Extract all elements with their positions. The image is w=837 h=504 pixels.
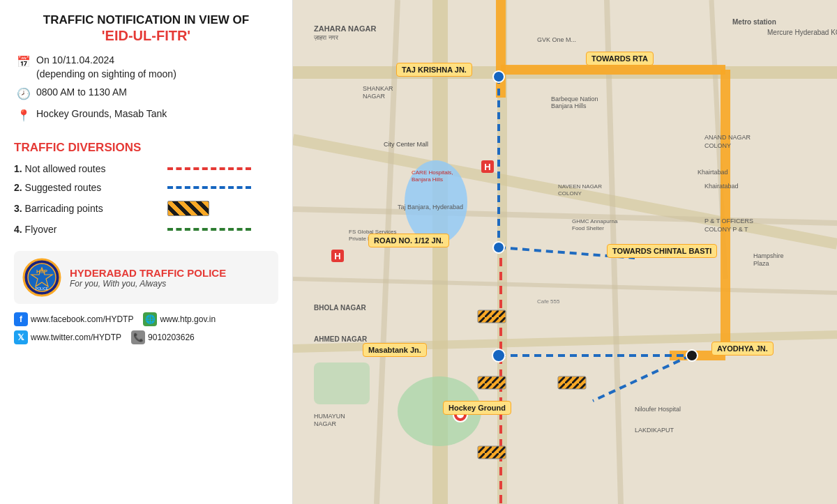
web-text: www.htp.gov.in xyxy=(160,314,216,324)
social-links: f www.facebook.com/HYDTP 🌐 www.htp.gov.i… xyxy=(14,312,278,344)
legend-suggested: 2. Suggested routes xyxy=(14,182,278,193)
label-masabtank: Masabtank Jn. xyxy=(363,343,427,357)
svg-text:COLONY P & T: COLONY P & T xyxy=(704,226,748,233)
legend-line-not-allowed xyxy=(167,167,278,170)
legend-line-flyover xyxy=(167,228,278,231)
diversions-section: TRAFFIC DIVERSIONS 1. Not allowed routes… xyxy=(14,141,278,243)
police-text: HYDERABAD TRAFFIC POLICE For you, With y… xyxy=(70,267,226,289)
legend-flyover: 4. Flyover xyxy=(14,224,278,235)
suggested-line xyxy=(167,186,251,189)
time-row: 🕗 0800 AM to 1130 AM xyxy=(17,86,278,102)
facebook-icon: f xyxy=(14,312,28,326)
svg-text:HUMAYUN: HUMAYUN xyxy=(314,413,345,420)
police-logo: HTP POLICE xyxy=(22,258,61,297)
legend-label-3: 3. Barricading points xyxy=(14,203,167,214)
svg-text:H: H xyxy=(484,162,490,172)
label-road-no: ROAD NO. 1/12 JN. xyxy=(368,234,449,247)
svg-text:AHMED NAGAR: AHMED NAGAR xyxy=(314,335,368,343)
svg-text:Metro station: Metro station xyxy=(732,18,776,26)
phone-text: 9010203626 xyxy=(148,333,195,342)
title-eid: 'EID-UL-FITR' xyxy=(14,28,278,44)
twitter-text: www.twitter.com/HYDTP xyxy=(31,333,121,342)
svg-text:Cafe 555: Cafe 555 xyxy=(537,298,560,305)
twitter-icon: 𝕏 xyxy=(14,330,28,344)
label-towards-rta: TOWARDS RTA xyxy=(586,52,654,66)
svg-text:BHOLA NAGAR: BHOLA NAGAR xyxy=(314,304,366,312)
svg-text:Khairatabad: Khairatabad xyxy=(704,183,739,190)
legend-label-4: 4. Flyover xyxy=(14,224,167,235)
not-allowed-line xyxy=(167,167,251,170)
barricade-symbol xyxy=(167,201,209,216)
facebook-row: f www.facebook.com/HYDTP xyxy=(14,312,133,326)
svg-text:ZAHARA NAGAR: ZAHARA NAGAR xyxy=(314,24,376,33)
police-block: HTP POLICE HYDERABAD TRAFFIC POLICE For … xyxy=(14,251,278,304)
svg-text:CARE Hospitals,: CARE Hospitals, xyxy=(412,169,453,176)
location-text: Hockey Grounds, Masab Tank xyxy=(36,107,167,121)
svg-text:P & T OFFICERS: P & T OFFICERS xyxy=(704,217,753,224)
date-text: On 10/11.04.2024(depending on sighting o… xyxy=(36,54,176,81)
svg-text:LAKDIKAPUT: LAKDIKAPUT xyxy=(635,427,674,434)
flyover-line xyxy=(167,228,251,231)
facebook-text: www.facebook.com/HYDTP xyxy=(31,314,133,324)
calendar-icon: 📅 xyxy=(17,54,31,70)
time-text: 0800 AM to 1130 AM xyxy=(36,86,127,100)
svg-text:Hampshire: Hampshire xyxy=(753,252,784,259)
police-tagline: For you, With you, Always xyxy=(70,279,226,289)
svg-text:Banjara Hills: Banjara Hills xyxy=(551,102,587,109)
label-hockey-ground: Hockey Ground xyxy=(443,401,511,415)
svg-text:ज़ाहरा नगर: ज़ाहरा नगर xyxy=(313,34,338,41)
twitter-row: 𝕏 www.twitter.com/HYDTP xyxy=(14,330,121,344)
title-line1: TRAFFIC NOTIFICATION IN VIEW OF xyxy=(14,13,278,28)
svg-text:Khairtabad: Khairtabad xyxy=(698,169,728,176)
info-panel: TRAFFIC NOTIFICATION IN VIEW OF 'EID-UL-… xyxy=(0,0,293,504)
svg-text:NAVEEN NAGAR: NAVEEN NAGAR xyxy=(558,183,602,190)
svg-point-35 xyxy=(493,242,504,253)
svg-text:NAGAR: NAGAR xyxy=(363,93,386,100)
svg-text:Plaza: Plaza xyxy=(753,260,769,267)
phone-icon: 📞 xyxy=(131,330,145,344)
svg-point-34 xyxy=(493,71,504,82)
svg-text:Taj Banjara, Hyderabad: Taj Banjara, Hyderabad xyxy=(398,204,463,211)
svg-text:Food Shelter: Food Shelter xyxy=(572,225,604,231)
svg-text:GHMC Annapurna: GHMC Annapurna xyxy=(572,218,618,224)
legend-label-1: 1. Not allowed routes xyxy=(14,163,167,174)
web-icon: 🌐 xyxy=(143,312,157,326)
svg-text:GVK One M...: GVK One M... xyxy=(537,36,576,43)
svg-text:Mercure Hyderabad KCP: Mercure Hyderabad KCP xyxy=(767,29,837,36)
svg-text:City Center Mall: City Center Mall xyxy=(384,141,428,148)
svg-text:NAGAR: NAGAR xyxy=(314,420,337,427)
svg-text:Banjara Hills: Banjara Hills xyxy=(412,176,443,183)
svg-rect-18 xyxy=(314,362,370,404)
event-info: 📅 On 10/11.04.2024(depending on sighting… xyxy=(14,54,278,128)
label-taj-krishna: TAJ KRISHNA JN. xyxy=(396,63,472,77)
legend-label-2: 2. Suggested routes xyxy=(14,182,167,193)
web-row: 🌐 www.htp.gov.in xyxy=(143,312,216,326)
svg-text:Barbeque Nation: Barbeque Nation xyxy=(551,96,598,102)
legend-line-barricade xyxy=(167,201,278,216)
svg-text:H: H xyxy=(334,251,340,261)
svg-text:ANAND NAGAR: ANAND NAGAR xyxy=(704,134,751,141)
phone-row: 📞 9010203626 xyxy=(131,330,195,344)
clock-icon: 🕗 xyxy=(17,86,31,102)
police-name: HYDERABAD TRAFFIC POLICE xyxy=(70,267,226,279)
map-panel: H H ZAHARA NAGAR ज़ाहरा नगर Metro statio… xyxy=(293,0,837,504)
title-block: TRAFFIC NOTIFICATION IN VIEW OF 'EID-UL-… xyxy=(14,13,278,44)
svg-text:Niloufer Hospital: Niloufer Hospital xyxy=(635,406,681,413)
svg-text:POLICE: POLICE xyxy=(36,287,49,291)
map-svg: H H ZAHARA NAGAR ज़ाहरा नगर Metro statio… xyxy=(293,0,837,504)
svg-rect-31 xyxy=(478,446,506,459)
legend-not-allowed: 1. Not allowed routes xyxy=(14,163,278,174)
svg-text:SHANKAR: SHANKAR xyxy=(363,85,393,92)
label-ayodhya: AYODHYA JN. xyxy=(711,342,774,356)
svg-rect-28 xyxy=(478,310,506,323)
diversions-heading: TRAFFIC DIVERSIONS xyxy=(14,141,278,155)
svg-rect-29 xyxy=(478,376,506,389)
date-row: 📅 On 10/11.04.2024(depending on sighting… xyxy=(17,54,278,81)
svg-point-36 xyxy=(492,349,505,362)
legend-line-suggested xyxy=(167,186,278,189)
svg-point-37 xyxy=(686,350,698,361)
svg-rect-30 xyxy=(558,376,586,389)
label-chintal-basti: TOWARDS CHINTAL BASTI xyxy=(607,244,717,258)
legend-barricade: 3. Barricading points xyxy=(14,201,278,216)
pin-icon: 📍 xyxy=(17,108,31,123)
